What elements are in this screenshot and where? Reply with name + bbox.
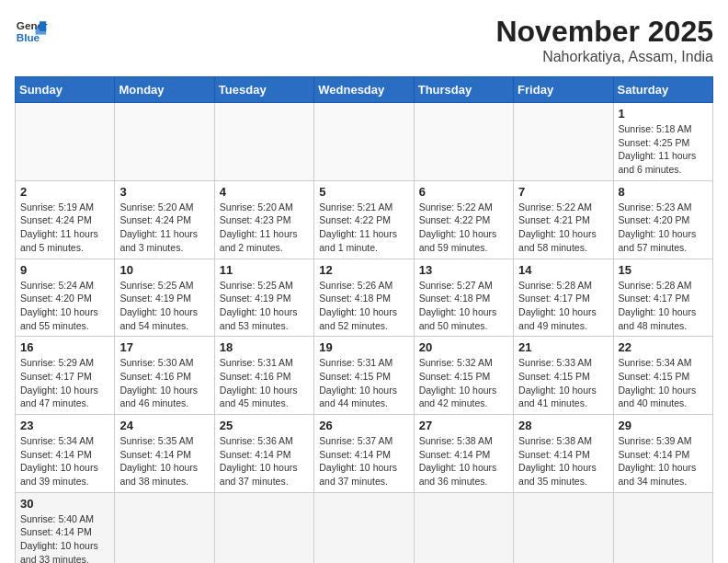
calendar-cell	[214, 103, 313, 181]
day-info: Sunrise: 5:24 AMSunset: 4:20 PMDaylight:…	[20, 279, 109, 333]
calendar-cell: 26Sunrise: 5:37 AMSunset: 4:14 PMDayligh…	[314, 415, 414, 493]
day-number: 11	[220, 263, 309, 277]
day-header-thursday: Thursday	[414, 77, 513, 103]
calendar-header-row: SundayMondayTuesdayWednesdayThursdayFrid…	[16, 77, 713, 103]
day-info: Sunrise: 5:38 AMSunset: 4:14 PMDaylight:…	[419, 434, 508, 488]
day-number: 20	[419, 340, 508, 354]
day-info: Sunrise: 5:31 AMSunset: 4:15 PMDaylight:…	[319, 356, 408, 410]
day-info: Sunrise: 5:33 AMSunset: 4:15 PMDaylight:…	[518, 356, 608, 410]
calendar-cell	[514, 103, 613, 181]
calendar-cell: 17Sunrise: 5:30 AMSunset: 4:16 PMDayligh…	[115, 337, 214, 415]
day-number: 19	[319, 340, 408, 354]
calendar-cell: 1Sunrise: 5:18 AMSunset: 4:25 PMDaylight…	[613, 103, 712, 181]
calendar-cell: 9Sunrise: 5:24 AMSunset: 4:20 PMDaylight…	[16, 259, 115, 337]
day-number: 5	[319, 185, 408, 199]
calendar-cell	[214, 492, 313, 563]
calendar-cell: 30Sunrise: 5:40 AMSunset: 4:14 PMDayligh…	[16, 492, 115, 563]
day-number: 16	[20, 340, 109, 354]
calendar-week-1: 1Sunrise: 5:18 AMSunset: 4:25 PMDaylight…	[16, 103, 713, 181]
day-header-sunday: Sunday	[16, 77, 115, 103]
day-info: Sunrise: 5:20 AMSunset: 4:23 PMDaylight:…	[220, 201, 309, 255]
calendar-cell: 18Sunrise: 5:31 AMSunset: 4:16 PMDayligh…	[214, 337, 313, 415]
calendar-cell: 25Sunrise: 5:36 AMSunset: 4:14 PMDayligh…	[214, 415, 313, 493]
calendar-cell: 14Sunrise: 5:28 AMSunset: 4:17 PMDayligh…	[514, 259, 613, 337]
day-info: Sunrise: 5:21 AMSunset: 4:22 PMDaylight:…	[319, 201, 408, 255]
day-number: 28	[518, 419, 608, 432]
day-number: 1	[619, 107, 708, 121]
day-header-monday: Monday	[115, 77, 214, 103]
calendar-cell: 3Sunrise: 5:20 AMSunset: 4:24 PMDaylight…	[115, 180, 214, 259]
calendar-cell: 5Sunrise: 5:21 AMSunset: 4:22 PMDaylight…	[314, 180, 414, 259]
day-number: 22	[619, 340, 708, 354]
day-number: 27	[419, 419, 508, 432]
calendar-cell	[613, 492, 712, 563]
day-number: 26	[319, 419, 408, 432]
day-number: 6	[419, 185, 508, 199]
day-info: Sunrise: 5:28 AMSunset: 4:17 PMDaylight:…	[518, 279, 608, 333]
day-info: Sunrise: 5:37 AMSunset: 4:14 PMDaylight:…	[319, 434, 408, 488]
calendar-cell: 21Sunrise: 5:33 AMSunset: 4:15 PMDayligh…	[514, 337, 613, 415]
day-number: 3	[119, 185, 209, 199]
day-number: 8	[619, 185, 708, 199]
calendar-cell: 27Sunrise: 5:38 AMSunset: 4:14 PMDayligh…	[414, 415, 513, 493]
day-number: 13	[419, 263, 508, 277]
calendar-week-6: 30Sunrise: 5:40 AMSunset: 4:14 PMDayligh…	[16, 492, 713, 563]
calendar-cell	[115, 103, 214, 181]
day-number: 17	[119, 340, 209, 354]
calendar-week-5: 23Sunrise: 5:34 AMSunset: 4:14 PMDayligh…	[16, 415, 713, 493]
calendar-cell	[16, 103, 115, 181]
day-info: Sunrise: 5:20 AMSunset: 4:24 PMDaylight:…	[119, 201, 209, 255]
calendar-cell: 23Sunrise: 5:34 AMSunset: 4:14 PMDayligh…	[16, 415, 115, 493]
calendar-table: SundayMondayTuesdayWednesdayThursdayFrid…	[15, 76, 713, 563]
day-info: Sunrise: 5:39 AMSunset: 4:14 PMDaylight:…	[619, 434, 708, 488]
day-info: Sunrise: 5:18 AMSunset: 4:25 PMDaylight:…	[619, 122, 708, 177]
calendar-cell: 12Sunrise: 5:26 AMSunset: 4:18 PMDayligh…	[314, 259, 414, 337]
day-info: Sunrise: 5:22 AMSunset: 4:22 PMDaylight:…	[419, 201, 508, 255]
day-info: Sunrise: 5:27 AMSunset: 4:18 PMDaylight:…	[419, 279, 508, 333]
calendar-cell: 6Sunrise: 5:22 AMSunset: 4:22 PMDaylight…	[414, 180, 513, 259]
calendar-cell	[314, 492, 414, 563]
calendar-cell	[514, 492, 613, 563]
day-number: 18	[220, 340, 309, 354]
day-info: Sunrise: 5:22 AMSunset: 4:21 PMDaylight:…	[518, 201, 608, 255]
day-number: 25	[220, 419, 309, 432]
day-header-tuesday: Tuesday	[214, 77, 313, 103]
calendar-cell: 11Sunrise: 5:25 AMSunset: 4:19 PMDayligh…	[214, 259, 313, 337]
calendar-cell: 2Sunrise: 5:19 AMSunset: 4:24 PMDaylight…	[16, 180, 115, 259]
calendar-week-4: 16Sunrise: 5:29 AMSunset: 4:17 PMDayligh…	[16, 337, 713, 415]
calendar-cell: 29Sunrise: 5:39 AMSunset: 4:14 PMDayligh…	[613, 415, 712, 493]
calendar-cell: 13Sunrise: 5:27 AMSunset: 4:18 PMDayligh…	[414, 259, 513, 337]
day-info: Sunrise: 5:23 AMSunset: 4:20 PMDaylight:…	[619, 201, 708, 255]
logo-icon: General Blue	[15, 15, 48, 48]
day-info: Sunrise: 5:32 AMSunset: 4:15 PMDaylight:…	[419, 356, 508, 410]
logo: General Blue	[15, 15, 48, 48]
calendar-cell	[414, 103, 513, 181]
day-header-wednesday: Wednesday	[314, 77, 414, 103]
day-info: Sunrise: 5:25 AMSunset: 4:19 PMDaylight:…	[220, 279, 309, 333]
page-header: General Blue November 2025 Nahorkatiya, …	[15, 15, 713, 65]
calendar-cell	[314, 103, 414, 181]
calendar-cell	[414, 492, 513, 563]
day-number: 14	[518, 263, 608, 277]
calendar-cell: 15Sunrise: 5:28 AMSunset: 4:17 PMDayligh…	[613, 259, 712, 337]
calendar-cell: 7Sunrise: 5:22 AMSunset: 4:21 PMDaylight…	[514, 180, 613, 259]
day-number: 7	[518, 185, 608, 199]
day-header-saturday: Saturday	[613, 77, 712, 103]
svg-marker-3	[36, 27, 47, 35]
month-title: November 2025	[495, 15, 713, 49]
calendar-week-3: 9Sunrise: 5:24 AMSunset: 4:20 PMDaylight…	[16, 259, 713, 337]
day-info: Sunrise: 5:31 AMSunset: 4:16 PMDaylight:…	[220, 356, 309, 410]
calendar-cell: 16Sunrise: 5:29 AMSunset: 4:17 PMDayligh…	[16, 337, 115, 415]
day-number: 15	[619, 263, 708, 277]
day-info: Sunrise: 5:40 AMSunset: 4:14 PMDaylight:…	[20, 512, 109, 563]
calendar-cell: 4Sunrise: 5:20 AMSunset: 4:23 PMDaylight…	[214, 180, 313, 259]
calendar-cell: 8Sunrise: 5:23 AMSunset: 4:20 PMDaylight…	[613, 180, 712, 259]
day-info: Sunrise: 5:38 AMSunset: 4:14 PMDaylight:…	[518, 434, 608, 488]
day-info: Sunrise: 5:26 AMSunset: 4:18 PMDaylight:…	[319, 279, 408, 333]
day-number: 23	[20, 419, 109, 432]
day-info: Sunrise: 5:35 AMSunset: 4:14 PMDaylight:…	[119, 434, 209, 488]
day-number: 29	[619, 419, 708, 432]
day-number: 4	[220, 185, 309, 199]
day-info: Sunrise: 5:30 AMSunset: 4:16 PMDaylight:…	[119, 356, 209, 410]
calendar-cell	[115, 492, 214, 563]
